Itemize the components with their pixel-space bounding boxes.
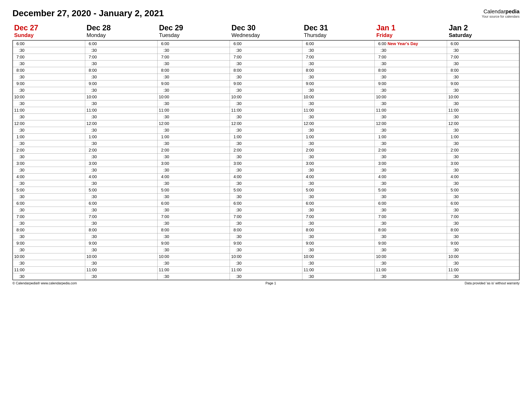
time-cell: :30 [85, 207, 157, 213]
time-cell: 11:00 [13, 107, 85, 114]
time-cell: 6:00 [13, 40, 85, 47]
time-row: :30:30:30:30:30:30:30 [13, 100, 519, 107]
time-label: :30 [304, 248, 314, 252]
time-cell: 1:00 [85, 134, 157, 140]
time-label: 7:00 [231, 55, 241, 59]
time-row: :30:30:30:30:30:30:30 [13, 193, 519, 200]
time-cell: 7:00 [447, 213, 519, 220]
time-cell: :30 [85, 153, 157, 160]
time-label: :30 [304, 221, 314, 226]
time-label: :30 [14, 248, 25, 252]
time-cell: 8:00 [158, 67, 230, 74]
time-cell: :30 [302, 100, 374, 107]
time-label: :30 [448, 168, 459, 172]
time-cell: 8:00 [85, 67, 157, 74]
day-name-label: Saturday [449, 32, 518, 38]
time-cell: 5:00 [230, 187, 302, 193]
time-cell: 6:00 [302, 200, 374, 207]
time-label: :30 [448, 221, 459, 226]
day-header: Dec 31Thursday [302, 24, 375, 40]
time-cell: 10:00 [302, 94, 374, 100]
time-label: :30 [448, 248, 459, 252]
time-cell: :30 [230, 153, 302, 160]
time-cell: :30 [230, 207, 302, 213]
time-label: :30 [304, 208, 314, 212]
time-cell: :30 [374, 167, 447, 173]
time-cell: 6:00 [302, 40, 374, 47]
time-label: 3:00 [448, 161, 459, 166]
time-cell: 1:00 [13, 134, 85, 140]
time-label: :30 [14, 221, 25, 226]
time-cell: :30 [302, 114, 374, 120]
time-label: :30 [231, 181, 241, 186]
time-cell: :30 [374, 273, 447, 280]
time-label: 2:00 [86, 148, 97, 153]
day-headers-row: Dec 27SundayDec 28MondayDec 29TuesdayDec… [13, 24, 519, 40]
time-label: 6:00 [14, 41, 25, 46]
time-label: :30 [304, 168, 314, 172]
time-cell: 8:00 [447, 227, 519, 233]
time-label: :30 [304, 115, 314, 119]
time-cell: 11:00 [158, 267, 230, 273]
time-cell: 7:00 [85, 54, 157, 60]
time-label: 8:00 [231, 68, 241, 73]
time-cell: 6:00 [374, 200, 447, 207]
time-label: 7:00 [448, 214, 459, 219]
time-label: 4:00 [86, 174, 97, 179]
time-cell: :30 [447, 127, 519, 134]
time-label: :30 [14, 115, 25, 119]
time-row: 7:007:007:007:007:007:007:00 [13, 213, 519, 220]
time-label: 8:00 [14, 68, 25, 73]
time-label: :30 [86, 154, 97, 159]
time-cell: :30 [374, 127, 447, 134]
time-cell: :30 [230, 100, 302, 107]
time-label: 8:00 [159, 228, 169, 232]
time-label: :30 [14, 61, 25, 66]
time-label: 9:00 [14, 81, 25, 86]
time-label: 7:00 [448, 55, 459, 59]
time-label: :30 [231, 101, 241, 106]
time-label: 1:00 [448, 134, 459, 139]
time-cell: 10:00 [447, 94, 519, 100]
time-label: :30 [231, 88, 241, 93]
time-cell: :30 [13, 193, 85, 200]
time-cell: :30 [158, 47, 230, 54]
time-label: 11:00 [86, 268, 97, 272]
time-cell: :30 [302, 140, 374, 147]
time-label: :30 [86, 181, 97, 186]
footer-left: © Calendarpedia® www.calendarpedia.com [13, 281, 77, 285]
time-label: :30 [14, 194, 25, 199]
time-label: :30 [159, 248, 169, 252]
time-label: :30 [86, 274, 97, 279]
time-cell: 11:00 [374, 107, 447, 114]
time-cell: :30 [302, 193, 374, 200]
time-cell: 8:00 [447, 67, 519, 74]
time-cell: 9:00 [374, 80, 447, 87]
time-label: 11:00 [231, 268, 241, 272]
time-label: :30 [376, 261, 386, 266]
time-cell: :30 [374, 87, 447, 94]
time-cell: 2:00 [302, 147, 374, 153]
day-name-label: Thursday [304, 32, 373, 38]
time-cell: :30 [230, 260, 302, 267]
time-cell: 10:00 [447, 253, 519, 260]
time-cell: 10:00 [230, 94, 302, 100]
time-label: 10:00 [304, 95, 314, 99]
time-cell: 7:00 [447, 54, 519, 60]
time-label: 9:00 [304, 241, 314, 246]
time-cell: 3:00 [302, 160, 374, 167]
time-label: :30 [159, 61, 169, 66]
time-row: :30:30:30:30:30:30:30 [13, 220, 519, 227]
time-cell: 4:00 [447, 173, 519, 180]
time-cell: 3:00 [374, 160, 447, 167]
time-cell: 9:00 [13, 80, 85, 87]
time-cell: :30 [158, 247, 230, 253]
day-header: Dec 29Tuesday [157, 24, 230, 40]
time-label: 11:00 [304, 268, 314, 272]
time-label: 5:00 [231, 188, 241, 192]
time-cell: :30 [13, 207, 85, 213]
day-name-label: Friday [376, 32, 446, 38]
time-label: :30 [448, 128, 459, 133]
time-cell: :30 [158, 153, 230, 160]
time-label: :30 [159, 208, 169, 212]
